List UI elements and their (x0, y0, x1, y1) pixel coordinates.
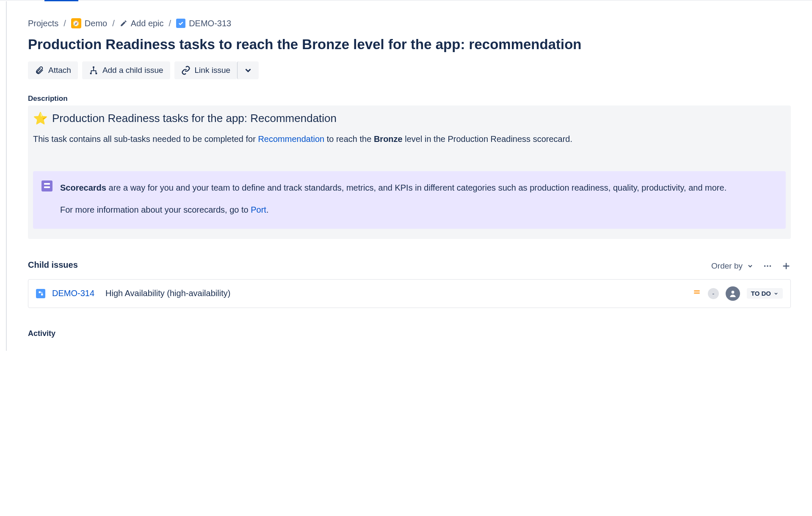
breadcrumb-separator: / (64, 19, 66, 28)
attach-label: Attach (48, 66, 71, 75)
description-label: Description (28, 94, 791, 103)
svg-rect-2 (95, 72, 97, 74)
star-icon: ⭐ (33, 111, 48, 125)
link-issue-button[interactable]: Link issue (174, 61, 238, 79)
description-heading: ⭐ Production Readiness tasks for the app… (33, 111, 786, 125)
chevron-down-icon (773, 291, 779, 296)
link-icon (181, 66, 191, 75)
child-issue-row[interactable]: DEMO-314 High Availability (high-availab… (28, 279, 791, 308)
svg-point-8 (731, 291, 734, 294)
chevron-down-icon (243, 66, 253, 75)
chevron-down-icon (747, 263, 754, 269)
svg-rect-1 (90, 72, 92, 74)
child-issues-header: Child issues Order by (28, 260, 791, 272)
child-issue-icon (89, 66, 98, 75)
breadcrumb-project[interactable]: 🧭 Demo (71, 18, 107, 28)
child-issue-summary[interactable]: High Availability (high-availability) (105, 289, 686, 298)
status-label: TO DO (751, 290, 771, 297)
recommendation-link[interactable]: Recommendation (258, 134, 324, 144)
page-title[interactable]: Production Readiness tasks to reach the … (28, 36, 791, 53)
assignee-unassigned-chip[interactable]: - (708, 288, 719, 299)
child-more-actions-button[interactable] (763, 261, 772, 271)
more-horizontal-icon (763, 261, 772, 271)
info-panel-text: Scorecards are a way for you and your te… (60, 180, 726, 217)
description-body: This task contains all sub-tasks needed … (33, 132, 786, 146)
order-by-label: Order by (711, 261, 743, 271)
activity-label: Activity (28, 329, 791, 338)
breadcrumb-epic-label: Add epic (131, 19, 164, 28)
issue-actions: Attach Add a child issue Link issue (28, 61, 791, 79)
add-child-label: Add a child issue (102, 66, 163, 75)
svg-rect-6 (39, 291, 40, 293)
priority-medium-icon (693, 288, 701, 299)
breadcrumb-separator: / (112, 19, 115, 28)
attach-button[interactable]: Attach (28, 61, 78, 79)
attachment-icon (35, 66, 44, 75)
plus-icon (782, 261, 791, 271)
breadcrumb: Projects / 🧭 Demo / Add epic / DEMO-313 (28, 18, 791, 28)
child-issue-status[interactable]: TO DO (747, 288, 783, 299)
breadcrumb-project-name: Demo (85, 19, 107, 28)
breadcrumb-issue-key: DEMO-313 (189, 19, 231, 28)
child-issue-key[interactable]: DEMO-314 (52, 289, 94, 298)
unassigned-avatar-icon[interactable] (726, 286, 740, 301)
breadcrumb-separator: / (169, 19, 171, 28)
link-issue-more-button[interactable] (237, 61, 259, 79)
child-issues-label: Child issues (28, 260, 78, 270)
description-heading-text: Production Readiness tasks for the app: … (52, 112, 337, 125)
svg-rect-0 (93, 66, 94, 68)
link-issue-label: Link issue (195, 66, 231, 75)
add-child-issue-button[interactable]: Add a child issue (82, 61, 170, 79)
svg-point-3 (764, 265, 766, 267)
svg-point-4 (767, 265, 768, 267)
info-panel: Scorecards are a way for you and your te… (33, 171, 786, 229)
breadcrumb-issue[interactable]: DEMO-313 (176, 19, 231, 28)
panel-info-icon (41, 180, 52, 191)
project-icon: 🧭 (71, 18, 81, 28)
port-link[interactable]: Port (251, 205, 266, 214)
task-type-icon (176, 19, 185, 28)
svg-rect-7 (41, 294, 43, 295)
subtask-type-icon (36, 289, 45, 298)
add-child-issue-inline-button[interactable] (782, 261, 791, 271)
description-panel[interactable]: ⭐ Production Readiness tasks for the app… (28, 105, 791, 239)
svg-point-5 (770, 265, 771, 267)
order-by-dropdown[interactable]: Order by (711, 261, 754, 271)
breadcrumb-epic[interactable]: Add epic (120, 19, 164, 28)
pencil-icon (120, 19, 127, 27)
breadcrumb-projects[interactable]: Projects (28, 19, 58, 28)
